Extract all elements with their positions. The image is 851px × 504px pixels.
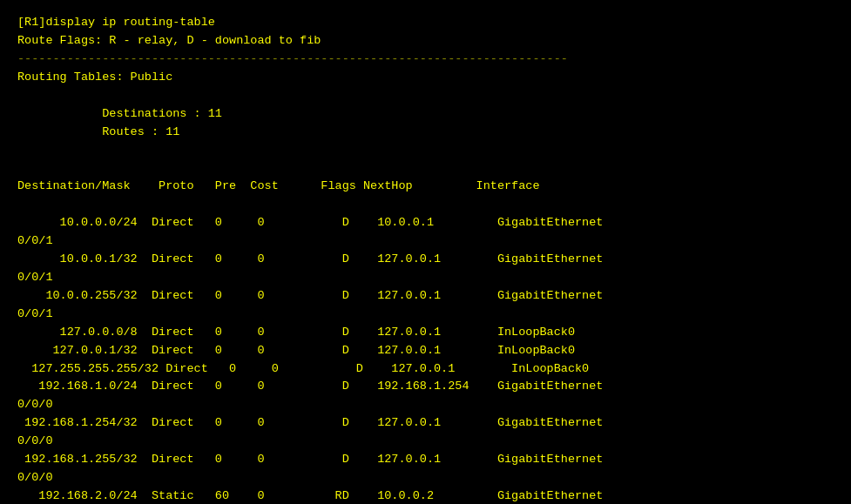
route-row: 192.168.1.255/32 Direct 0 0 D 127.0.0.1 … [17,451,851,469]
route-row: 127.0.0.0/8 Direct 0 0 D 127.0.0.1 InLoo… [17,324,851,342]
route-row: 127.255.255.255/32 Direct 0 0 D 127.0.0.… [17,360,851,379]
route-row: 192.168.2.0/24 Static 60 0 RD 10.0.0.2 G… [17,487,851,504]
terminal-window: [R1]display ip routing-table Route Flags… [9,7,851,504]
routes-label: Routes : 11 [45,125,179,138]
command-line: [R1]display ip routing-table [17,14,851,32]
route-row: 10.0.0.1/32 Direct 0 0 D 127.0.0.1 Gigab… [17,251,851,269]
route-row-continued: 0/0/0 [17,433,851,451]
separator-line: ----------------------------------------… [17,50,851,69]
route-row: 10.0.0.255/32 Direct 0 0 D 127.0.0.1 Gig… [17,287,851,306]
route-row: 10.0.0.0/24 Direct 0 0 D 10.0.0.1 Gigabi… [17,214,851,232]
route-row-continued: 0/0/0 [17,396,851,414]
route-flags-line: Route Flags: R - relay, D - download to … [17,32,851,50]
route-row-continued: 0/0/1 [17,269,851,287]
route-row: 192.168.1.0/24 Direct 0 0 D 192.168.1.25… [17,378,851,396]
route-row-continued: 0/0/0 [17,469,851,487]
destinations-label: Destinations : 11 [45,107,222,120]
routing-tables-label: Routing Tables: Public [17,69,851,87]
route-row-continued: 0/0/1 [17,306,851,324]
route-row: 127.0.0.1/32 Direct 0 0 D 127.0.0.1 InLo… [17,342,851,360]
blank-line-2 [17,196,851,214]
route-row: 192.168.1.254/32 Direct 0 0 D 127.0.0.1 … [17,414,851,433]
column-headers: Destination/Mask Proto Pre Cost Flags Ne… [17,178,851,196]
routes-container: 10.0.0.0/24 Direct 0 0 D 10.0.0.1 Gigabi… [17,214,851,504]
destinations-routes-line: Destinations : 11 Routes : 11 [17,87,851,160]
route-row-continued: 0/0/1 [17,232,851,251]
blank-line [17,159,851,178]
